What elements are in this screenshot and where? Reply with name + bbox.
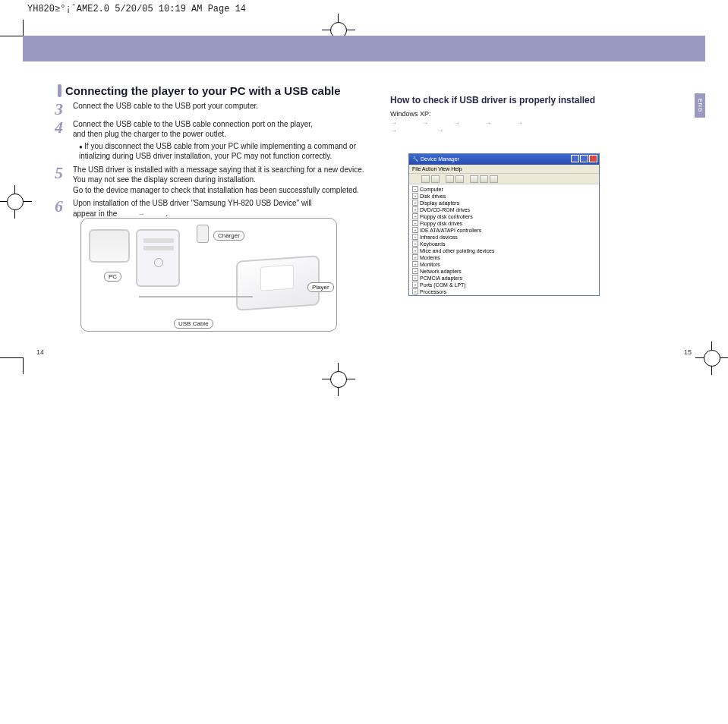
step-4: 4 Connect the USB cable to the USB cable…: [55, 119, 369, 162]
toolbar-icon: [490, 175, 498, 183]
arrow: →: [119, 209, 163, 218]
corner-rule: [0, 357, 23, 358]
player-illustration: [236, 255, 320, 311]
tree-root: Computer: [412, 186, 596, 193]
tree-item: Mice and other pointing devices: [412, 247, 596, 254]
step-text: Upon installation of the USB driver "Sam…: [73, 198, 369, 219]
toolbar-icon: [455, 175, 464, 183]
corner-rule: [0, 36, 23, 36]
minimize-icon: [571, 155, 579, 162]
line: Connect the USB cable to the USB cable c…: [73, 120, 313, 128]
toolbar: [409, 174, 599, 184]
print-meta: YH820≥°¡ˆAME2.0 5/20/05 10:19 AM Page 14: [27, 4, 246, 14]
step-number: 4: [55, 119, 73, 162]
subheading: How to check if USB driver is properly i…: [390, 95, 682, 105]
tree-item: Processors: [412, 288, 596, 295]
line: and then plug the charger to the power o…: [73, 130, 226, 138]
tree-item: Disk drives: [412, 193, 596, 200]
window-title: Device Manager: [421, 156, 459, 162]
line: Upon installation of the USB driver "Sam…: [73, 199, 312, 207]
header-band: [23, 36, 705, 61]
step-text: Connect the USB cable to the USB port yo…: [73, 101, 369, 116]
nav-path: → → → → →: [390, 119, 682, 127]
nav-path: → →: [390, 127, 682, 134]
maximize-icon: [580, 155, 588, 162]
menu-bar: File Action View Help: [409, 165, 599, 174]
close-icon: [589, 155, 597, 162]
corner-rule: [23, 357, 24, 374]
tree-item: Floppy disk drives: [412, 220, 596, 227]
step-6: 6 Upon installation of the USB driver "S…: [55, 198, 369, 219]
line: appear in the: [73, 209, 117, 218]
step-number: 6: [55, 198, 73, 219]
label-usb-cable: USB Cable: [174, 319, 213, 329]
step-5: 5 The USB driver is installed with a mes…: [55, 165, 369, 196]
section-title: Connecting the player to your PC with a …: [65, 84, 341, 97]
line: The USB driver is installed with a messa…: [73, 165, 364, 184]
corner-rule: [23, 20, 24, 36]
tree-item: Modems: [412, 254, 596, 261]
toolbar-icon: [421, 175, 430, 183]
tree-item: Keyboards: [412, 241, 596, 247]
tree-item: IDE ATA/ATAPI controllers: [412, 227, 596, 234]
crop-mark-bottom: [328, 369, 349, 390]
tree-item: Ports (COM & LPT): [412, 282, 596, 288]
connection-diagram: Charger PC Player USB Cable: [80, 218, 337, 332]
step-list: 3 Connect the USB cable to the USB port …: [55, 101, 369, 222]
page-number-right: 15: [684, 348, 692, 356]
step-3: 3 Connect the USB cable to the USB port …: [55, 101, 369, 116]
step-text: The USB driver is installed with a messa…: [73, 165, 369, 196]
toolbar-icon: [470, 175, 478, 183]
toolbar-icon: [431, 175, 440, 183]
tree-item: Network adapters: [412, 268, 596, 275]
page-number-left: 14: [36, 348, 44, 356]
window-titlebar: 🔧 Device Manager: [409, 154, 599, 165]
toolbar-icon: [446, 175, 454, 183]
language-tab: ENG: [695, 93, 705, 118]
os-label: Windows XP:: [390, 110, 682, 118]
tree-item: Infrared devices: [412, 234, 596, 241]
cable-illustration: [139, 266, 238, 319]
tree-item: Monitors: [412, 261, 596, 268]
device-tree: Computer Disk drives Display adapters DV…: [409, 184, 599, 295]
tree-item: DVD/CD-ROM drives: [412, 206, 596, 213]
device-manager-window: 🔧 Device Manager File Action View Help C…: [408, 153, 600, 296]
tree-item: Display adapters: [412, 200, 596, 206]
step-number: 5: [55, 165, 73, 196]
tree-item: Floppy disk controllers: [412, 213, 596, 220]
line: Go to the device manager to check that i…: [73, 186, 359, 194]
tree-item: PCMCIA adapters: [412, 275, 596, 282]
right-column: How to check if USB driver is properly i…: [390, 95, 682, 134]
line: .: [165, 209, 168, 218]
charger-illustration: [197, 225, 209, 243]
step-text: Connect the USB cable to the USB cable c…: [73, 119, 369, 162]
toolbar-icon: [480, 175, 488, 183]
label-charger: Charger: [213, 231, 244, 241]
label-pc: PC: [104, 272, 121, 282]
title-accent: [58, 84, 61, 97]
note: If you disconnect the USB cable from you…: [73, 141, 369, 162]
step-number: 3: [55, 101, 73, 116]
label-player: Player: [307, 282, 334, 292]
